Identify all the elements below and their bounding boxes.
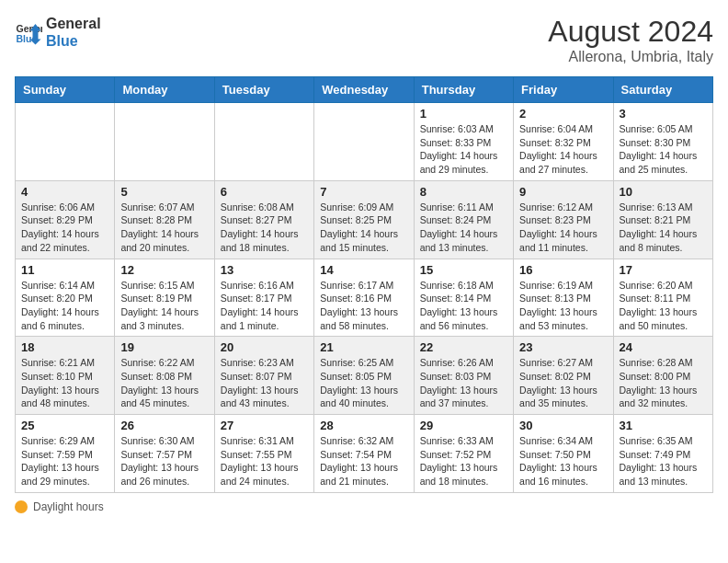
calendar-day-cell: 4Sunrise: 6:06 AM Sunset: 8:29 PM Daylig… <box>16 180 115 259</box>
day-info: Sunrise: 6:19 AM Sunset: 8:13 PM Dayligh… <box>519 279 607 333</box>
day-number: 28 <box>320 419 407 432</box>
day-number: 15 <box>420 263 507 277</box>
day-info: Sunrise: 6:23 AM Sunset: 8:07 PM Dayligh… <box>221 356 308 410</box>
calendar-day-cell: 26Sunrise: 6:30 AM Sunset: 7:57 PM Dayli… <box>115 415 214 493</box>
calendar-day-cell: 17Sunrise: 6:20 AM Sunset: 8:11 PM Dayli… <box>613 259 712 337</box>
day-info: Sunrise: 6:13 AM Sunset: 8:21 PM Dayligh… <box>620 201 707 255</box>
footer-note: Daylight hours <box>15 500 713 513</box>
day-info: Sunrise: 6:07 AM Sunset: 8:28 PM Dayligh… <box>120 201 208 255</box>
calendar-day-header: Friday <box>514 77 613 103</box>
calendar-day-cell: 18Sunrise: 6:21 AM Sunset: 8:10 PM Dayli… <box>16 337 115 415</box>
calendar-day-cell: 15Sunrise: 6:18 AM Sunset: 8:14 PM Dayli… <box>414 259 513 337</box>
day-info: Sunrise: 6:18 AM Sunset: 8:14 PM Dayligh… <box>420 279 507 333</box>
calendar-day-cell: 2Sunrise: 6:04 AM Sunset: 8:32 PM Daylig… <box>514 103 613 181</box>
calendar-day-cell: 13Sunrise: 6:16 AM Sunset: 8:17 PM Dayli… <box>214 259 313 337</box>
day-info: Sunrise: 6:03 AM Sunset: 8:33 PM Dayligh… <box>420 122 507 177</box>
calendar-day-cell: 10Sunrise: 6:13 AM Sunset: 8:21 PM Dayli… <box>613 180 712 259</box>
day-number: 24 <box>620 340 707 354</box>
day-info: Sunrise: 6:22 AM Sunset: 8:08 PM Dayligh… <box>120 356 208 410</box>
day-info: Sunrise: 6:12 AM Sunset: 8:23 PM Dayligh… <box>519 201 607 255</box>
sun-icon <box>15 500 28 513</box>
day-info: Sunrise: 6:14 AM Sunset: 8:20 PM Dayligh… <box>21 279 108 333</box>
logo-general: General <box>46 15 101 32</box>
page-header: General Blue General Blue August 2024 Al… <box>15 15 713 65</box>
location-subtitle: Allerona, Umbria, Italy <box>548 49 713 65</box>
day-number: 21 <box>320 340 407 354</box>
calendar-day-header: Monday <box>115 77 214 103</box>
calendar-day-cell: 29Sunrise: 6:33 AM Sunset: 7:52 PM Dayli… <box>414 415 513 493</box>
calendar-day-cell <box>314 103 414 181</box>
calendar-day-header: Saturday <box>613 77 712 103</box>
calendar-day-cell: 6Sunrise: 6:08 AM Sunset: 8:27 PM Daylig… <box>214 180 313 259</box>
day-info: Sunrise: 6:08 AM Sunset: 8:27 PM Dayligh… <box>221 201 308 255</box>
day-info: Sunrise: 6:05 AM Sunset: 8:30 PM Dayligh… <box>620 122 707 177</box>
calendar-day-header: Sunday <box>16 77 115 103</box>
day-number: 30 <box>519 419 607 432</box>
calendar-week-row: 25Sunrise: 6:29 AM Sunset: 7:59 PM Dayli… <box>16 415 713 493</box>
day-info: Sunrise: 6:25 AM Sunset: 8:05 PM Dayligh… <box>320 356 407 410</box>
day-number: 27 <box>221 419 308 432</box>
calendar-day-cell: 1Sunrise: 6:03 AM Sunset: 8:33 PM Daylig… <box>414 103 513 181</box>
calendar-day-cell: 28Sunrise: 6:32 AM Sunset: 7:54 PM Dayli… <box>314 415 414 493</box>
calendar-day-cell: 11Sunrise: 6:14 AM Sunset: 8:20 PM Dayli… <box>16 259 115 337</box>
calendar-day-cell: 31Sunrise: 6:35 AM Sunset: 7:49 PM Dayli… <box>613 415 712 493</box>
day-info: Sunrise: 6:33 AM Sunset: 7:52 PM Dayligh… <box>420 434 507 488</box>
day-info: Sunrise: 6:04 AM Sunset: 8:32 PM Dayligh… <box>519 122 607 177</box>
day-number: 5 <box>120 185 208 199</box>
day-number: 14 <box>320 263 407 277</box>
day-number: 23 <box>519 340 607 354</box>
calendar-day-header: Thursday <box>414 77 513 103</box>
day-info: Sunrise: 6:21 AM Sunset: 8:10 PM Dayligh… <box>21 356 108 410</box>
day-info: Sunrise: 6:26 AM Sunset: 8:03 PM Dayligh… <box>420 356 507 410</box>
calendar-day-cell: 30Sunrise: 6:34 AM Sunset: 7:50 PM Dayli… <box>514 415 613 493</box>
day-number: 10 <box>620 185 707 199</box>
day-info: Sunrise: 6:31 AM Sunset: 7:55 PM Dayligh… <box>221 434 308 488</box>
calendar-day-cell: 23Sunrise: 6:27 AM Sunset: 8:02 PM Dayli… <box>514 337 613 415</box>
day-info: Sunrise: 6:17 AM Sunset: 8:16 PM Dayligh… <box>320 279 407 333</box>
day-number: 3 <box>620 107 707 121</box>
day-number: 13 <box>221 263 308 277</box>
calendar-day-cell: 14Sunrise: 6:17 AM Sunset: 8:16 PM Dayli… <box>314 259 414 337</box>
calendar-day-cell: 22Sunrise: 6:26 AM Sunset: 8:03 PM Dayli… <box>414 337 513 415</box>
day-number: 29 <box>420 419 507 432</box>
calendar-day-cell: 8Sunrise: 6:11 AM Sunset: 8:24 PM Daylig… <box>414 180 513 259</box>
day-number: 6 <box>221 185 308 199</box>
day-number: 11 <box>21 263 108 277</box>
calendar-table: SundayMondayTuesdayWednesdayThursdayFrid… <box>15 76 713 493</box>
day-info: Sunrise: 6:30 AM Sunset: 7:57 PM Dayligh… <box>120 434 208 488</box>
calendar-day-cell: 12Sunrise: 6:15 AM Sunset: 8:19 PM Dayli… <box>115 259 214 337</box>
logo-icon: General Blue <box>15 18 42 46</box>
day-number: 9 <box>519 185 607 199</box>
day-number: 7 <box>320 185 407 199</box>
logo-blue: Blue <box>46 32 101 50</box>
calendar-day-cell: 24Sunrise: 6:28 AM Sunset: 8:00 PM Dayli… <box>613 337 712 415</box>
day-number: 4 <box>21 185 108 199</box>
day-info: Sunrise: 6:32 AM Sunset: 7:54 PM Dayligh… <box>320 434 407 488</box>
calendar-day-cell: 3Sunrise: 6:05 AM Sunset: 8:30 PM Daylig… <box>613 103 712 181</box>
day-info: Sunrise: 6:15 AM Sunset: 8:19 PM Dayligh… <box>120 279 208 333</box>
calendar-day-header: Wednesday <box>314 77 414 103</box>
month-year-title: August 2024 <box>548 15 713 49</box>
day-number: 17 <box>620 263 707 277</box>
day-info: Sunrise: 6:06 AM Sunset: 8:29 PM Dayligh… <box>21 201 108 255</box>
day-info: Sunrise: 6:20 AM Sunset: 8:11 PM Dayligh… <box>620 279 707 333</box>
daylight-label: Daylight hours <box>33 500 104 513</box>
calendar-day-cell: 19Sunrise: 6:22 AM Sunset: 8:08 PM Dayli… <box>115 337 214 415</box>
day-number: 12 <box>120 263 208 277</box>
day-number: 16 <box>519 263 607 277</box>
day-number: 18 <box>21 340 108 354</box>
calendar-day-cell: 7Sunrise: 6:09 AM Sunset: 8:25 PM Daylig… <box>314 180 414 259</box>
calendar-day-cell <box>214 103 313 181</box>
calendar-day-cell: 20Sunrise: 6:23 AM Sunset: 8:07 PM Dayli… <box>214 337 313 415</box>
calendar-day-cell: 25Sunrise: 6:29 AM Sunset: 7:59 PM Dayli… <box>16 415 115 493</box>
day-number: 31 <box>620 419 707 432</box>
day-info: Sunrise: 6:35 AM Sunset: 7:49 PM Dayligh… <box>620 434 707 488</box>
calendar-day-header: Tuesday <box>214 77 313 103</box>
day-number: 2 <box>519 107 607 121</box>
calendar-day-cell <box>16 103 115 181</box>
calendar-day-cell: 16Sunrise: 6:19 AM Sunset: 8:13 PM Dayli… <box>514 259 613 337</box>
day-number: 22 <box>420 340 507 354</box>
calendar-week-row: 11Sunrise: 6:14 AM Sunset: 8:20 PM Dayli… <box>16 259 713 337</box>
day-info: Sunrise: 6:16 AM Sunset: 8:17 PM Dayligh… <box>221 279 308 333</box>
day-number: 1 <box>420 107 507 121</box>
